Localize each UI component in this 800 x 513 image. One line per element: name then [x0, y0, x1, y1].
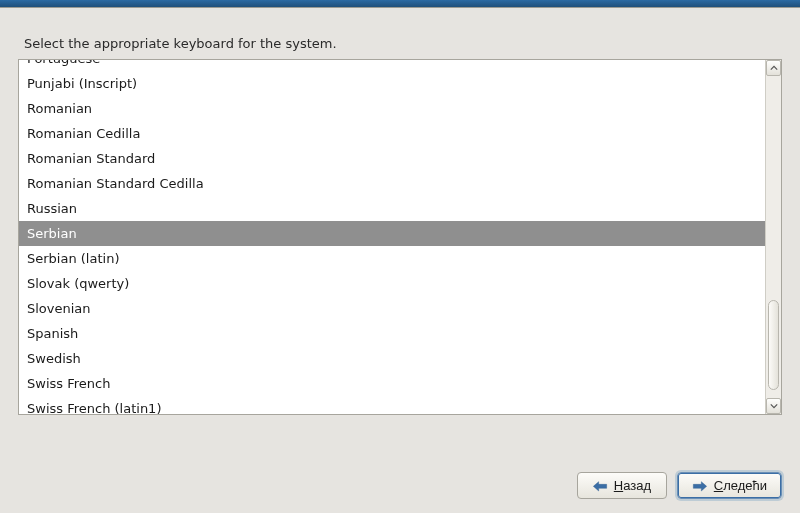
- scrollbar-thumb[interactable]: [768, 300, 779, 390]
- list-item[interactable]: Spanish: [19, 321, 765, 346]
- scrollbar[interactable]: [765, 60, 781, 414]
- list-item[interactable]: Slovenian: [19, 296, 765, 321]
- footer-buttons: Назад Следећи: [577, 472, 782, 499]
- installer-window: Select the appropriate keyboard for the …: [0, 0, 800, 513]
- scroll-down-button[interactable]: [766, 398, 781, 414]
- chevron-down-icon: [770, 402, 778, 410]
- list-item[interactable]: Russian: [19, 196, 765, 221]
- list-item[interactable]: Punjabi (Inscript): [19, 71, 765, 96]
- scroll-up-button[interactable]: [766, 60, 781, 76]
- list-item[interactable]: Serbian: [19, 221, 765, 246]
- list-item[interactable]: Romanian Standard Cedilla: [19, 171, 765, 196]
- list-item[interactable]: Swiss French (latin1): [19, 396, 765, 414]
- list-item[interactable]: Swedish: [19, 346, 765, 371]
- next-button[interactable]: Следећи: [677, 472, 782, 499]
- arrow-right-icon: [692, 480, 708, 492]
- list-item[interactable]: Serbian (latin): [19, 246, 765, 271]
- keyboard-listbox[interactable]: PortuguesePunjabi (Inscript)RomanianRoma…: [18, 59, 782, 415]
- list-item[interactable]: Slovak (qwerty): [19, 271, 765, 296]
- back-button[interactable]: Назад: [577, 472, 667, 499]
- list-item[interactable]: Portuguese: [19, 60, 765, 71]
- titlebar: [0, 0, 800, 8]
- chevron-up-icon: [770, 64, 778, 72]
- list-item[interactable]: Swiss French: [19, 371, 765, 396]
- list-item[interactable]: Romanian Cedilla: [19, 121, 765, 146]
- prompt-label: Select the appropriate keyboard for the …: [24, 36, 776, 51]
- content-area: Select the appropriate keyboard for the …: [0, 8, 800, 513]
- arrow-left-icon: [592, 480, 608, 492]
- next-button-label: Следећи: [714, 478, 767, 493]
- list-item[interactable]: Romanian: [19, 96, 765, 121]
- list-item[interactable]: Romanian Standard: [19, 146, 765, 171]
- listbox-viewport: PortuguesePunjabi (Inscript)RomanianRoma…: [19, 60, 765, 414]
- back-button-label: Назад: [614, 478, 651, 493]
